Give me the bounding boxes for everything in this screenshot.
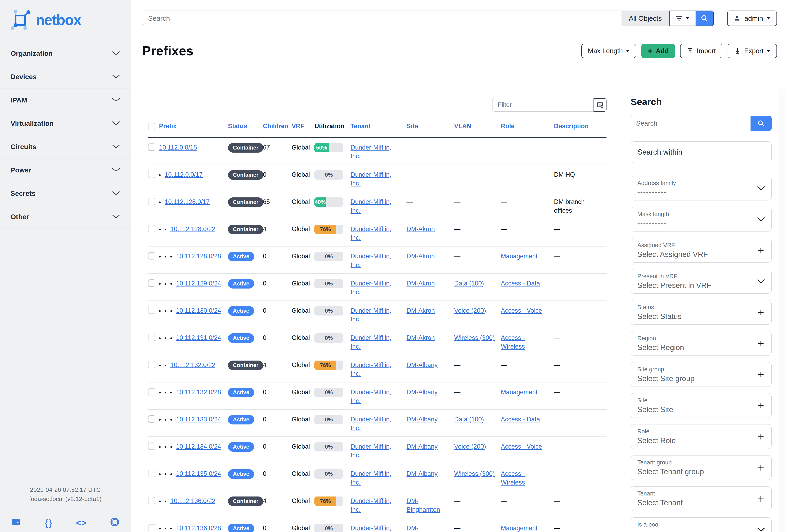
prefix-link[interactable]: 10.112.129.0/24 xyxy=(176,280,221,287)
sidebar-item-ipam[interactable]: IPAM xyxy=(0,88,131,112)
api-braces-icon[interactable]: { } xyxy=(45,518,52,527)
description-cell: — xyxy=(554,437,607,464)
export-button[interactable]: Export xyxy=(728,44,777,58)
row-checkbox[interactable] xyxy=(148,279,155,287)
search-within-input[interactable] xyxy=(631,142,771,163)
filter-field-tenant[interactable]: Tenant Select Tenant + xyxy=(631,486,771,511)
prefix-link[interactable]: 10.112.134.0/24 xyxy=(176,443,221,450)
filter-field-status[interactable]: Status Select Status + xyxy=(631,300,771,325)
utilization-bar: 0% xyxy=(314,524,343,532)
status-badge: Active xyxy=(228,442,254,452)
row-checkbox[interactable] xyxy=(148,442,155,450)
sidebar-item-secrets[interactable]: Secrets xyxy=(0,182,131,205)
status-badge: Container xyxy=(228,197,263,207)
status-badge: Container xyxy=(228,225,263,234)
sidebar-item-virtualization[interactable]: Virtualization xyxy=(0,112,131,135)
prefix-link[interactable]: 10.112.128.0/22 xyxy=(170,225,216,232)
search-icon xyxy=(757,120,765,127)
main-content: All Objects xyxy=(131,0,785,532)
vlan-cell: — xyxy=(454,491,501,518)
netbox-app: netbox Organization Devices IPAM Virtual… xyxy=(0,0,785,532)
prefix-link[interactable]: 10.112.132.0/22 xyxy=(170,361,216,369)
row-checkbox[interactable] xyxy=(148,198,155,205)
sidebar-item-devices[interactable]: Devices xyxy=(0,65,131,88)
sidebar-item-circuits[interactable]: Circuits xyxy=(0,135,131,158)
prefix-link[interactable]: 10.112.135.0/24 xyxy=(176,470,221,477)
prefix-link[interactable]: 10.112.128.0/17 xyxy=(165,198,210,205)
tenant-cell: Dunder-Mifflin, Inc. xyxy=(351,464,406,491)
filter-field-is-a-pool[interactable]: Is a pool ---------- xyxy=(631,517,771,532)
prefix-link[interactable]: 10.112.136.0/22 xyxy=(170,497,216,504)
vlan-cell: — xyxy=(454,219,501,246)
select-all-checkbox[interactable] xyxy=(148,123,155,130)
row-checkbox[interactable] xyxy=(148,415,155,423)
user-menu-button[interactable]: admin xyxy=(727,10,777,26)
row-checkbox[interactable] xyxy=(148,524,155,531)
row-checkbox[interactable] xyxy=(148,388,155,396)
import-button[interactable]: Import xyxy=(680,44,722,58)
sidebar-item-organization[interactable]: Organization xyxy=(0,42,131,65)
source-code-icon[interactable]: <> xyxy=(76,518,86,527)
filter-field-site[interactable]: Site Select Site + xyxy=(631,393,771,418)
vrf-value: Global xyxy=(292,328,314,355)
prefix-link[interactable]: 10.112.0.0/15 xyxy=(159,144,197,151)
sidebar-item-other[interactable]: Other xyxy=(0,205,131,228)
filter-field-region[interactable]: Region Select Region + xyxy=(631,331,771,356)
search-scope[interactable]: All Objects xyxy=(622,10,669,26)
row-checkbox[interactable] xyxy=(148,470,155,477)
table-filter-input[interactable] xyxy=(492,98,594,111)
row-checkbox[interactable] xyxy=(148,225,155,232)
sidebar-item-power[interactable]: Power xyxy=(0,158,131,182)
docs-book-icon[interactable] xyxy=(11,518,21,528)
row-checkbox[interactable] xyxy=(148,171,155,178)
global-search-input[interactable] xyxy=(142,10,622,26)
row-checkbox[interactable] xyxy=(148,361,155,368)
depth-dots xyxy=(159,446,172,448)
tenant-cell: Dunder-Mifflin, Inc. xyxy=(351,137,406,165)
row-checkbox[interactable] xyxy=(148,334,155,341)
role-cell: — xyxy=(501,137,554,165)
role-cell: Access - Voice xyxy=(501,301,554,328)
netbox-logo[interactable]: netbox xyxy=(0,0,131,42)
prefix-link[interactable]: 10.112.136.0/28 xyxy=(176,525,221,532)
prefix-link[interactable]: 10.112.130.0/24 xyxy=(176,307,221,314)
prefix-link[interactable]: 10.112.131.0/24 xyxy=(176,334,221,341)
prefix-link[interactable]: 10.112.0.0/17 xyxy=(165,171,203,178)
filter-field-address-family[interactable]: Address family ---------- xyxy=(631,176,771,200)
filter-field-site-group[interactable]: Site group Select Site group + xyxy=(631,362,771,387)
filter-field-role[interactable]: Role Select Role + xyxy=(631,424,771,449)
table-config-button[interactable] xyxy=(593,98,607,111)
filter-field-tenant-group[interactable]: Tenant group Select Tenant group + xyxy=(631,455,771,480)
max-length-button[interactable]: Max Length xyxy=(581,44,636,58)
scrollbar[interactable] xyxy=(779,89,785,532)
search-filter-button[interactable] xyxy=(669,11,695,26)
column-header-status: Status xyxy=(228,117,263,137)
tenant-cell: Dunder-Mifflin, Inc. xyxy=(351,382,406,409)
panel-search-input[interactable] xyxy=(631,116,751,131)
row-checkbox[interactable] xyxy=(148,144,155,151)
search-icon xyxy=(701,15,708,22)
prefix-link[interactable]: 10.112.132.0/28 xyxy=(176,388,221,396)
panel-search-button[interactable] xyxy=(751,116,771,131)
plus-icon: + xyxy=(758,245,764,256)
row-checkbox[interactable] xyxy=(148,307,155,314)
add-button[interactable]: + Add xyxy=(641,44,675,58)
role-cell: — xyxy=(501,165,554,192)
row-checkbox[interactable] xyxy=(148,252,155,259)
global-search-button[interactable] xyxy=(695,11,713,26)
sidebar-footer: 2021-04-26 07:52:17 UTC foda-se.local (v… xyxy=(0,485,131,532)
row-checkbox[interactable] xyxy=(148,497,155,504)
chevron-down-icon xyxy=(112,168,120,172)
status-badge: Active xyxy=(228,524,254,532)
help-lifebuoy-icon[interactable] xyxy=(110,517,119,528)
site-cell: DM-Akron xyxy=(406,274,454,301)
utilization-bar: 0% xyxy=(314,388,343,397)
role-cell: — xyxy=(501,219,554,246)
prefix-link[interactable]: 10.112.128.0/28 xyxy=(176,253,221,260)
prefix-link[interactable]: 10.112.133.0/24 xyxy=(176,416,221,423)
children-count: 0 xyxy=(263,246,292,274)
filter-field-assigned-vrf[interactable]: Assigned VRF Select Assigned VRF + xyxy=(631,238,771,262)
site-cell: DM-Albany xyxy=(406,355,454,382)
filter-field-mask-length[interactable]: Mask length ---------- xyxy=(631,207,771,231)
filter-field-present-in-vrf[interactable]: Present in VRF Select Present in VRF xyxy=(631,269,771,294)
